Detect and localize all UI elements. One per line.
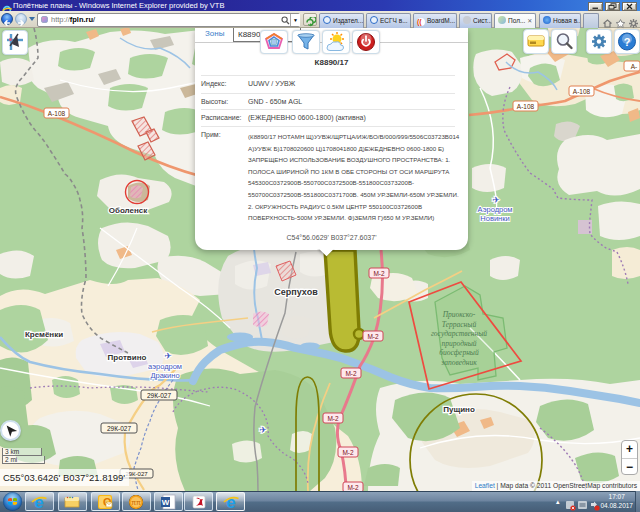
- svg-text:государственный: государственный: [431, 329, 487, 338]
- svg-text:e: e: [34, 494, 43, 510]
- svg-text:биосферный: биосферный: [439, 348, 479, 357]
- svg-text:М-2: М-2: [347, 484, 359, 491]
- svg-text:М-2: М-2: [367, 333, 379, 340]
- svg-text:29К-027: 29К-027: [107, 425, 131, 432]
- svg-text:М-2: М-2: [345, 370, 357, 377]
- svg-text:✈: ✈: [259, 425, 267, 435]
- svg-text:М-2: М-2: [342, 449, 354, 456]
- svg-text:29К-027: 29К-027: [147, 392, 171, 399]
- svg-text:Террасный: Террасный: [442, 320, 477, 329]
- svg-text:М-2: М-2: [327, 415, 339, 422]
- svg-text:А-108: А-108: [48, 110, 66, 117]
- svg-text:А-108: А-108: [517, 103, 535, 110]
- svg-text:e: e: [226, 494, 235, 510]
- svg-text:Новинки: Новинки: [480, 214, 509, 223]
- svg-text:аэродром: аэродром: [148, 362, 182, 371]
- svg-text:Пущино: Пущино: [443, 405, 475, 414]
- svg-text:Протвино: Протвино: [108, 353, 147, 362]
- svg-text:✈: ✈: [492, 195, 500, 205]
- svg-text:М-2: М-2: [373, 270, 385, 277]
- svg-text:А-: А-: [631, 63, 638, 70]
- svg-text:Серпухов: Серпухов: [274, 287, 318, 297]
- svg-text:заповедник: заповедник: [440, 358, 477, 367]
- svg-text:ππ: ππ: [131, 499, 141, 506]
- svg-text:Оболенск: Оболенск: [109, 206, 149, 215]
- svg-text:Дракино: Дракино: [150, 371, 179, 380]
- svg-text:W: W: [162, 498, 170, 507]
- svg-text:Кремёнки: Кремёнки: [25, 330, 63, 339]
- svg-text:А-108: А-108: [573, 88, 591, 95]
- svg-text:природный: природный: [442, 339, 477, 348]
- svg-text:✈: ✈: [164, 351, 172, 361]
- svg-text:Аэродром: Аэродром: [477, 205, 512, 214]
- svg-text:Приокско-: Приокско-: [442, 310, 476, 319]
- svg-text:?: ?: [624, 36, 631, 48]
